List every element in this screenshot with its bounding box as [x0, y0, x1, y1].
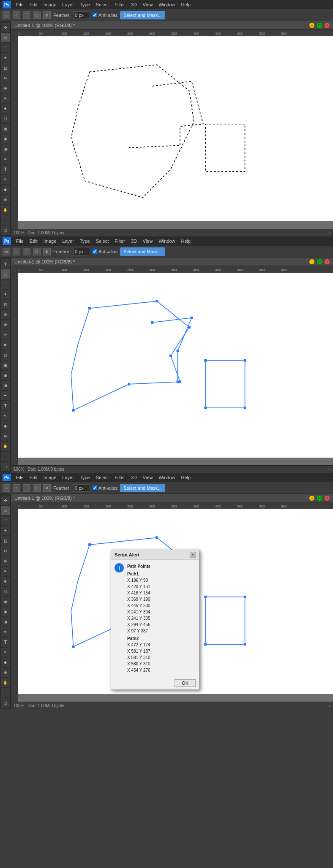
tool-path-select-3[interactable]: ↖ [1, 648, 10, 657]
tool-crop-3[interactable]: ⊡ [1, 536, 10, 545]
tool-marquee-3[interactable]: ▭ [1, 506, 10, 515]
tool-text-2[interactable]: T [1, 401, 10, 410]
menu-select-3[interactable]: Select [93, 474, 112, 481]
tool-shape-ellipse[interactable]: ○ [13, 11, 20, 19]
tool-brush[interactable]: ✏ [1, 94, 10, 103]
canvas-1[interactable] [18, 36, 333, 221]
tool-clone-3[interactable]: ✱ [1, 577, 10, 586]
menu-type-2[interactable]: Type [77, 238, 93, 244]
tool-move-3[interactable]: ✛ [1, 496, 10, 505]
menu-type[interactable]: Type [77, 1, 93, 8]
doc-close-1[interactable]: × [325, 23, 330, 28]
menu-help[interactable]: Help [179, 1, 194, 8]
tool-shape-magnet-3[interactable]: ⊗ [43, 484, 51, 492]
tool-lasso-2[interactable]: ⌒ [1, 279, 10, 289]
tool-pen-3[interactable]: ✒ [1, 627, 10, 637]
tool-shape-magnet-2[interactable]: ⊗ [43, 248, 51, 255]
tool-bg-color-2[interactable]: □ [1, 462, 10, 471]
menu-3d-2[interactable]: 3D [128, 238, 139, 244]
tool-brush-3[interactable]: ✏ [1, 567, 10, 576]
tool-gradient-3[interactable]: ▦ [1, 597, 10, 606]
doc-maximize-1[interactable]: □ [317, 23, 322, 28]
menu-window-3[interactable]: Window [156, 474, 177, 481]
tool-path-select[interactable]: ↖ [1, 175, 10, 184]
tool-healing-2[interactable]: ⊕ [1, 320, 10, 329]
menu-select-2[interactable]: Select [93, 238, 112, 244]
doc-close-3[interactable]: × [325, 496, 330, 501]
tool-text-3[interactable]: T [1, 637, 10, 647]
menu-view[interactable]: View [140, 1, 156, 8]
tool-marquee-2[interactable]: ▭ [1, 269, 10, 279]
doc-close-2[interactable]: × [325, 259, 330, 264]
tool-dodge[interactable]: ◑ [1, 144, 10, 154]
menu-file-2[interactable]: File [14, 238, 26, 244]
feather-input[interactable] [73, 11, 90, 19]
tool-bg-color-3[interactable]: □ [1, 698, 10, 708]
tool-clone[interactable]: ✱ [1, 104, 10, 113]
antialias-checkbox-2[interactable] [93, 249, 97, 254]
tool-pen-2[interactable]: ✒ [1, 391, 10, 400]
tool-gradient[interactable]: ▦ [1, 124, 10, 133]
tool-shape-poly-3[interactable]: ⬡ [33, 484, 41, 492]
menu-help-2[interactable]: Help [179, 238, 194, 244]
tool-eyedropper-2[interactable]: ⊘ [1, 310, 10, 319]
tool-dodge-2[interactable]: ◑ [1, 381, 10, 390]
menu-type-3[interactable]: Type [77, 474, 93, 481]
doc-maximize-2[interactable]: □ [317, 259, 322, 264]
tool-text[interactable]: T [1, 165, 10, 174]
menu-layer-2[interactable]: Layer [60, 238, 76, 244]
feather-input-2[interactable] [73, 248, 90, 255]
menu-view-2[interactable]: View [140, 238, 156, 244]
tool-blur-3[interactable]: ◉ [1, 607, 10, 616]
menu-filter-2[interactable]: Filter [112, 238, 127, 244]
tool-path-select-2[interactable]: ↖ [1, 411, 10, 420]
tool-shape-tool[interactable]: ◆ [1, 185, 10, 194]
tool-hand-3[interactable]: ✋ [1, 678, 10, 687]
tool-lasso-3[interactable]: ⌒ [1, 516, 10, 525]
menu-window-2[interactable]: Window [156, 238, 177, 244]
tool-pen[interactable]: ✒ [1, 155, 10, 164]
canvas-2[interactable] [18, 273, 333, 458]
menu-view-3[interactable]: View [140, 474, 156, 481]
tool-lasso[interactable]: ⌒ [1, 43, 10, 52]
tool-crop-2[interactable]: ⊡ [1, 300, 10, 309]
menu-select[interactable]: Select [93, 1, 112, 8]
antialias-checkbox-3[interactable] [93, 486, 97, 490]
tool-shape-rect-3[interactable]: ▭ [3, 484, 10, 492]
menu-help-3[interactable]: Help [179, 474, 194, 481]
tool-hand[interactable]: ✋ [1, 205, 10, 214]
tool-wand-2[interactable]: ✦ [1, 290, 10, 299]
tool-hand-2[interactable]: ✋ [1, 442, 10, 451]
menu-image[interactable]: Image [41, 1, 59, 8]
tool-zoom-3[interactable]: ⊕ [1, 668, 10, 677]
tool-zoom[interactable]: ⊕ [1, 195, 10, 204]
tool-shape-rect-2[interactable]: ▭ [3, 248, 10, 255]
menu-edit-2[interactable]: Edit [27, 238, 40, 244]
tool-marquee[interactable]: ▭ [1, 33, 10, 42]
menu-image-3[interactable]: Image [41, 474, 59, 481]
tool-move[interactable]: ✛ [1, 23, 10, 32]
tool-shape-magnet[interactable]: ⊗ [43, 11, 51, 19]
dialog-ok-button[interactable]: OK [175, 679, 196, 687]
tool-shape-lasso-2[interactable]: ⌒ [23, 248, 30, 255]
doc-minimize-3[interactable]: – [309, 496, 314, 501]
select-mask-button-2[interactable]: Select and Mask... [120, 247, 165, 256]
menu-3d[interactable]: 3D [128, 1, 139, 8]
tool-gradient-2[interactable]: ▦ [1, 361, 10, 370]
tool-blur[interactable]: ◉ [1, 134, 10, 144]
tool-crop[interactable]: ⊡ [1, 63, 10, 73]
tool-blur-2[interactable]: ◉ [1, 371, 10, 380]
menu-layer-3[interactable]: Layer [60, 474, 76, 481]
tool-healing[interactable]: ⊕ [1, 84, 10, 93]
menu-image-2[interactable]: Image [41, 238, 59, 244]
tool-wand[interactable]: ✦ [1, 53, 10, 62]
feather-input-3[interactable] [73, 484, 90, 492]
tool-dodge-3[interactable]: ◑ [1, 617, 10, 627]
tool-shape-lasso[interactable]: ⌒ [23, 11, 30, 19]
menu-filter[interactable]: Filter [112, 1, 127, 8]
tool-shape-ellipse-2[interactable]: ○ [13, 248, 20, 255]
menu-window[interactable]: Window [156, 1, 177, 8]
tool-clone-2[interactable]: ✱ [1, 340, 10, 350]
tool-bg-color[interactable]: □ [1, 225, 10, 235]
menu-edit-3[interactable]: Edit [27, 474, 40, 481]
